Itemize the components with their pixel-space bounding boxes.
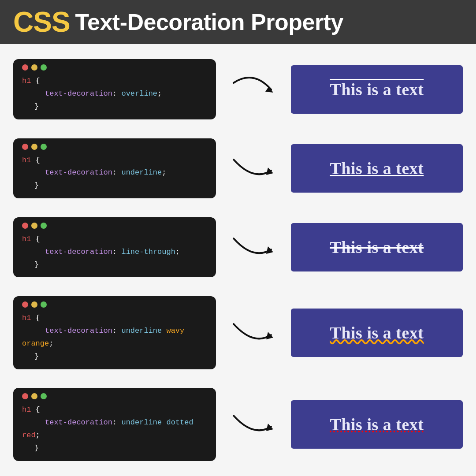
row-wavy: h1 { text-decoration: underline wavy ora… [13,296,463,369]
code-block-underline: h1 { text-decoration: underline; } [13,138,216,199]
page: CSS Text-Decoration Property h1 { text-d… [0,0,476,476]
row-linethrough: h1 { text-decoration: line-through; } Th… [13,217,463,278]
preview-text-wavy: This is a text [330,323,424,342]
dot-yellow-1 [31,64,37,71]
code-block-dotted: h1 { text-decoration: underline dotted r… [13,388,216,461]
dot-red-5 [22,393,28,399]
svg-marker-4 [266,424,273,431]
dot-red-2 [22,144,28,150]
dot-green-2 [41,144,47,150]
svg-marker-3 [266,332,273,339]
main-content: h1 { text-decoration: overline; } This i… [0,44,476,476]
svg-marker-2 [266,246,273,254]
dot-green-1 [41,64,47,71]
code-block-overline: h1 { text-decoration: overline; } [13,59,216,119]
code-content-dotted: h1 { text-decoration: underline dotted r… [22,404,207,455]
header: CSS Text-Decoration Property [0,0,476,44]
preview-text-underline: This is a text [330,159,424,178]
code-block-linethrough: h1 { text-decoration: line-through; } [13,217,216,278]
window-dots-overline [22,64,207,71]
dot-green-4 [41,301,47,308]
code-content-overline: h1 { text-decoration: overline; } [22,75,207,113]
arrow-dotted [225,409,282,440]
dot-yellow-5 [31,393,37,399]
arrow-underline [225,153,282,184]
preview-text-dotted: This is a text [330,415,424,434]
dot-red-3 [22,223,28,229]
header-title: Text-Decoration Property [75,11,343,33]
arrow-linethrough [225,232,282,263]
row-overline: h1 { text-decoration: overline; } This i… [13,59,463,119]
row-underline: h1 { text-decoration: underline; } This … [13,138,463,199]
dot-green-3 [41,223,47,229]
preview-box-wavy: This is a text [291,309,463,357]
preview-text-linethrough: This is a text [330,238,424,257]
preview-box-underline: This is a text [291,144,463,193]
header-css-label: CSS [13,8,70,36]
window-dots-dotted [22,393,207,399]
code-content-linethrough: h1 { text-decoration: line-through; } [22,233,207,271]
window-dots-underline [22,144,207,150]
window-dots-linethrough [22,223,207,229]
code-block-wavy: h1 { text-decoration: underline wavy ora… [13,296,216,369]
window-dots-wavy [22,301,207,308]
svg-marker-1 [266,167,273,175]
arrow-wavy [225,317,282,348]
arrow-overline [225,74,282,105]
dot-yellow-4 [31,301,37,308]
dot-red-1 [22,64,28,71]
preview-box-dotted: This is a text [291,400,463,449]
dot-red-4 [22,301,28,308]
dot-yellow-2 [31,144,37,150]
dot-green-5 [41,393,47,399]
code-content-wavy: h1 { text-decoration: underline wavy ora… [22,312,207,363]
preview-box-linethrough: This is a text [291,223,463,271]
preview-text-overline: This is a text [330,80,424,99]
code-content-underline: h1 { text-decoration: underline; } [22,154,207,193]
dot-yellow-3 [31,223,37,229]
row-dotted: h1 { text-decoration: underline dotted r… [13,388,463,461]
preview-box-overline: This is a text [291,65,463,114]
svg-marker-0 [265,86,273,93]
